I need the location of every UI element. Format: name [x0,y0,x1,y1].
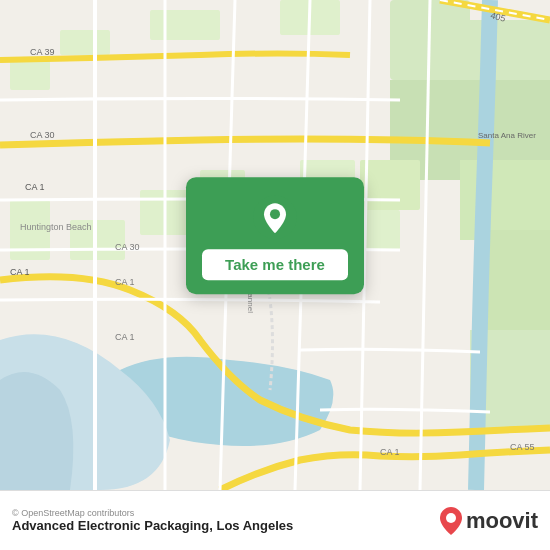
svg-rect-7 [10,60,50,90]
moovit-brand-label: moovit [466,508,538,534]
location-info: © OpenStreetMap contributors Advanced El… [12,508,293,533]
svg-rect-8 [60,30,110,55]
svg-text:CA 1: CA 1 [380,447,400,457]
svg-text:CA 30: CA 30 [30,130,55,140]
svg-text:CA 55: CA 55 [510,442,535,452]
svg-text:CA 1: CA 1 [10,267,30,277]
svg-text:CA 1: CA 1 [115,332,135,342]
moovit-pin-icon [440,507,462,535]
osm-attribution: © OpenStreetMap contributors [12,508,293,518]
svg-text:Santa Ana River: Santa Ana River [478,131,536,140]
moovit-logo: moovit [440,507,538,535]
svg-text:Huntington Beach: Huntington Beach [20,222,92,232]
navigation-card: Take me there [186,177,364,294]
svg-point-34 [446,513,456,523]
svg-rect-4 [460,160,550,240]
svg-text:CA 1: CA 1 [115,277,135,287]
svg-rect-9 [150,10,220,40]
svg-text:CA 39: CA 39 [30,47,55,57]
map-view: 405 CA 39 CA 30 CA 1 Santa Ana River Alb… [0,0,550,490]
svg-rect-16 [360,160,420,210]
svg-text:CA 30: CA 30 [115,242,140,252]
svg-point-33 [270,209,280,219]
take-me-there-button[interactable]: Take me there [202,249,348,280]
location-pin-icon [253,195,297,239]
location-name: Advanced Electronic Packaging, Los Angel… [12,518,293,533]
bottom-bar: © OpenStreetMap contributors Advanced El… [0,490,550,550]
svg-text:CA 1: CA 1 [25,182,45,192]
